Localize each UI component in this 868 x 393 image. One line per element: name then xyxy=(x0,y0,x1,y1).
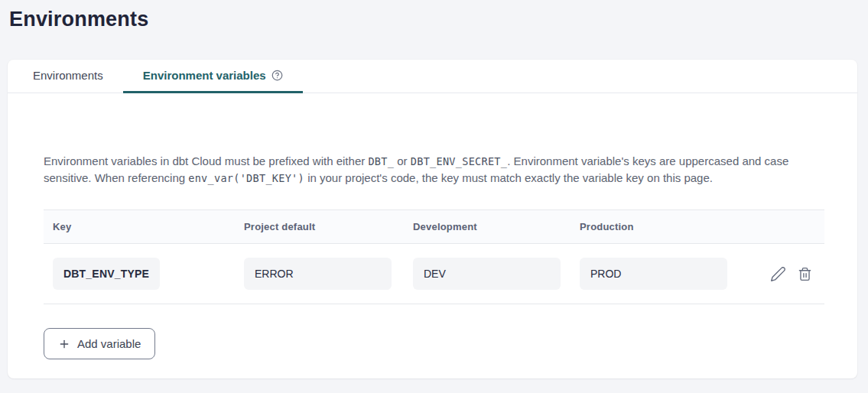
add-variable-label: Add variable xyxy=(77,337,141,350)
tab-environment-variables[interactable]: Environment variables xyxy=(123,60,303,93)
environment-variables-card: Environments Environment variables Envir… xyxy=(8,60,857,378)
tab-environment-variables-label: Environment variables xyxy=(143,69,266,82)
page-title: Environments xyxy=(9,8,868,31)
tab-environments-label: Environments xyxy=(33,69,103,82)
row-actions xyxy=(770,266,824,282)
variable-key-value: DBT_ENV_TYPE xyxy=(53,258,160,290)
tab-environments[interactable]: Environments xyxy=(13,60,123,93)
column-header-development: Development xyxy=(404,221,571,232)
pencil-icon xyxy=(770,273,786,284)
code-dbt-prefix: DBT_ xyxy=(368,155,394,167)
code-env-var-example: env_var('DBT_KEY') xyxy=(188,172,304,184)
project-default-value: ERROR xyxy=(244,258,392,290)
edit-variable-button[interactable] xyxy=(770,266,786,282)
cell-key: DBT_ENV_TYPE xyxy=(44,258,235,290)
column-header-project-default: Project default xyxy=(235,221,404,232)
help-circle-icon[interactable] xyxy=(271,70,283,81)
cell-production: PROD xyxy=(571,258,746,290)
environment-variables-table: Key Project default Development Producti… xyxy=(44,209,824,304)
tabbar: Environments Environment variables xyxy=(8,60,857,93)
add-variable-button[interactable]: Add variable xyxy=(44,328,155,359)
trash-icon xyxy=(798,272,812,284)
description-segment: or xyxy=(394,154,411,167)
development-value: DEV xyxy=(413,258,561,290)
description-segment: Environment variables in dbt Cloud must … xyxy=(44,154,368,167)
table-header-row: Key Project default Development Producti… xyxy=(44,209,824,244)
table-row: DBT_ENV_TYPE ERROR DEV PROD xyxy=(44,244,824,304)
column-header-production: Production xyxy=(571,221,746,232)
description-segment: in your project's code, the key must mat… xyxy=(304,171,713,184)
cell-development: DEV xyxy=(404,258,571,290)
code-dbt-env-secret-prefix: DBT_ENV_SECRET_ xyxy=(411,155,507,167)
delete-variable-button[interactable] xyxy=(798,267,812,281)
column-header-key: Key xyxy=(44,221,235,232)
plus-icon xyxy=(58,338,70,350)
cell-project-default: ERROR xyxy=(235,258,404,290)
description-text: Environment variables in dbt Cloud must … xyxy=(44,153,824,187)
tab-panel-environment-variables: Environment variables in dbt Cloud must … xyxy=(8,153,857,359)
production-value: PROD xyxy=(580,258,727,290)
